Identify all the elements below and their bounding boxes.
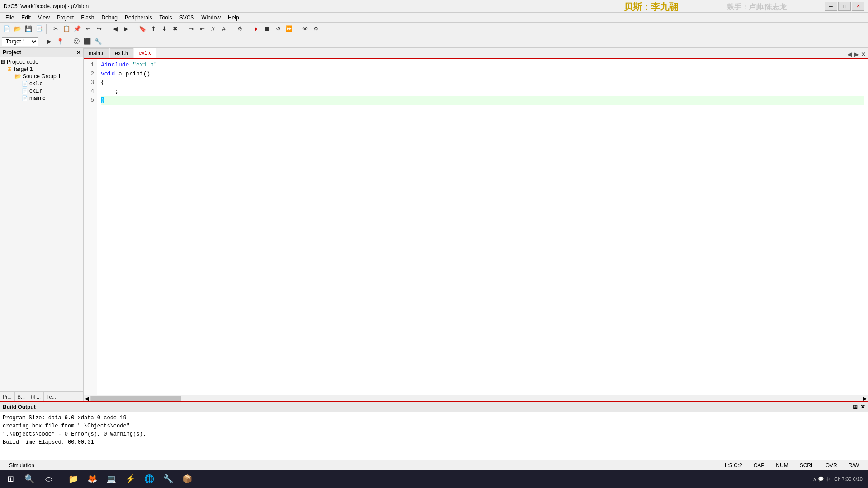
menu-item-svcs[interactable]: SVCS [176,14,198,22]
save-all-btn[interactable]: 📑 [34,24,44,34]
build-output-label: Build Output [3,404,36,410]
cut-btn[interactable]: ✂ [51,24,61,34]
editor-tab-main_c[interactable]: main.c [84,48,109,58]
task-view-btn[interactable]: ⬭ [40,470,57,488]
insert-pin-btn[interactable]: 📍 [55,37,65,47]
status-caps-text: CAP [754,462,765,469]
app1-taskbar-btn[interactable]: 🔧 [160,470,177,488]
project-tab-{}f[interactable]: {}F... [28,392,44,401]
redo-btn[interactable]: ↪ [94,24,104,34]
browser2-taskbar-btn[interactable]: 🌐 [141,470,158,488]
next-bookmark-btn[interactable]: ⬇ [159,24,169,34]
sep3 [133,24,136,34]
tree-item-project__code[interactable]: 🖥Project: code [0,58,83,66]
editor-hscroll[interactable]: ◀ ▶ [84,395,868,401]
file-explorer-taskbar-btn[interactable]: 📁 [65,470,82,488]
tree-item-main_c[interactable]: 📄main.c [0,94,83,102]
comment-btn[interactable]: // [208,24,218,34]
extra-btn1[interactable]: ⬛ [82,37,92,47]
toolbar1: 📄 📂 💾 📑 ✂ 📋 📌 ↩ ↪ ◀ ▶ 🔖 ⬆ ⬇ ✖ ⇥ ⇤ // # ⚙… [0,23,868,35]
extra-btn2[interactable]: 🔧 [93,37,103,47]
restore-button[interactable]: □ [838,2,851,11]
status-rw: R/W [843,460,864,470]
tree-item-ex1_h[interactable]: 📄ex1.h [0,87,83,94]
menu-item-project[interactable]: Project [53,14,77,22]
copy-btn[interactable]: 📋 [61,24,71,34]
project-tab-b[interactable]: B... [15,392,28,401]
sys-tray: ∧ 💬 中 Ch 7:39 6/10 [809,476,866,483]
run-btn[interactable]: ▶ [44,37,54,47]
menu-item-file[interactable]: File [2,14,18,22]
menu-item-edit[interactable]: Edit [18,14,34,22]
status-bar: Simulation L:5 C:2 CAP NUM SCRL OVR R/W [0,460,868,470]
nav-back-btn[interactable]: ◀ [110,24,120,34]
status-scrl: SCRL [794,460,820,470]
project-tab-te[interactable]: Te... [44,392,59,401]
menu-item-window[interactable]: Window [198,14,224,22]
paste-btn[interactable]: 📌 [72,24,82,34]
taskbar-sep1 [61,472,61,486]
hscroll-right-btn[interactable]: ▶ [862,395,868,402]
tree-item-ex1_c[interactable]: 📄ex1.c [0,80,83,87]
app2-taskbar-btn[interactable]: 📦 [179,470,196,488]
hscroll-left-btn[interactable]: ◀ [84,395,90,402]
browser1-taskbar-btn[interactable]: 🦊 [84,470,101,488]
code-content[interactable]: #include "ex1.h"void a_print(){ ;} [97,59,868,395]
close-button[interactable]: ✕ [852,2,864,11]
build-btn[interactable]: ⚙ [235,24,245,34]
menu-item-help[interactable]: Help [224,14,243,22]
tab-close-icon[interactable]: ✕ [861,51,866,58]
hscroll-thumb[interactable] [91,396,181,401]
nav-fwd-btn[interactable]: ▶ [121,24,131,34]
target-dropdown[interactable]: Target 1 [2,37,38,46]
project-tab-pr[interactable]: Pr... [0,392,15,401]
open-btn[interactable]: 📂 [13,24,23,34]
menu-item-tools[interactable]: Tools [156,14,176,22]
terminal-taskbar-btn[interactable]: 💻 [103,470,120,488]
search-taskbar-btn[interactable]: 🔍 [21,470,38,488]
unindent-btn[interactable]: ⇤ [197,24,207,34]
watch-btn[interactable]: 👁 [300,24,310,34]
build-panel-close-icon[interactable]: ✕ [860,404,865,410]
indent-btn[interactable]: ⇥ [186,24,196,34]
tree-item-icon: 🖥 [0,59,5,65]
tab-scroll-left-icon[interactable]: ◀ [847,51,852,58]
panel-close-icon[interactable]: ✕ [76,50,80,56]
build-panel-float-icon[interactable]: ⊞ [853,404,858,410]
tree-item-target_1[interactable]: ⊞Target 1 [0,66,83,73]
editor-tab-ex1_h[interactable]: ex1.h [110,48,133,58]
project-panel: Project ✕ 🖥Project: code⊞Target 1📂Source… [0,48,84,401]
step-over-btn[interactable]: ⏩ [284,24,294,34]
stop-btn[interactable]: ⏹ [262,24,272,34]
status-simulation-text: Simulation [9,462,34,469]
clear-bookmarks-btn[interactable]: ✖ [170,24,180,34]
status-caps: CAP [748,460,771,470]
tree-item-icon: 📄 [22,95,28,101]
new-file-btn[interactable]: 📄 [2,24,12,34]
code-editor[interactable]: 12345 #include "ex1.h"void a_print(){ ;} [84,59,868,395]
prev-bookmark-btn[interactable]: ⬆ [148,24,158,34]
minimize-button[interactable]: ─ [825,2,837,11]
uncomment-btn[interactable]: # [219,24,229,34]
start-button[interactable]: ⊞ [2,470,19,488]
tree-item-source_group_1[interactable]: 📂Source Group 1 [0,73,83,80]
menu-item-view[interactable]: View [34,14,53,22]
save-btn[interactable]: 💾 [24,24,33,34]
menu-item-flash[interactable]: Flash [77,14,98,22]
project-panel-header: Project ✕ [0,48,83,57]
debug-btn[interactable]: ⏵ [251,24,261,34]
settings-btn[interactable]: ⚙ [311,24,321,34]
hscroll-track[interactable] [90,396,861,401]
undo-btn[interactable]: ↩ [83,24,93,34]
bookmark-btn[interactable]: 🔖 [137,24,147,34]
mem-window-btn[interactable]: Ⓜ [71,37,81,47]
menu-item-debug[interactable]: Debug [98,14,121,22]
tab-scroll-right-icon[interactable]: ▶ [854,51,859,58]
code-line-3: { [101,78,864,87]
reset-btn[interactable]: ↺ [273,24,283,34]
menu-item-peripherals[interactable]: Peripherals [121,14,156,22]
editor-tab-ex1_c[interactable]: ex1.c [134,48,157,58]
tray-time: Ch 7:39 6/10 [834,476,863,482]
tree-item-label: Source Group 1 [23,73,61,80]
vscode-taskbar-btn[interactable]: ⚡ [122,470,139,488]
